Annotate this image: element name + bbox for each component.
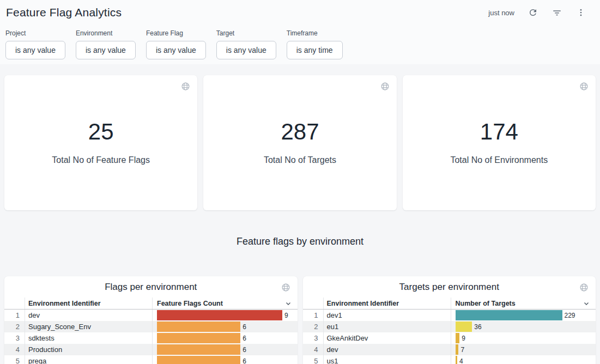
filter-label: Timeframe [287, 29, 343, 38]
table-header: Environment Identifier Feature Flags Cou… [4, 298, 298, 310]
value-bar-cell[interactable]: 36 [451, 321, 596, 332]
value-label: 6 [243, 346, 246, 354]
value-bar[interactable] [456, 310, 562, 320]
value-bar[interactable] [456, 344, 459, 355]
value-label: 229 [565, 312, 575, 319]
value-bar[interactable] [456, 333, 460, 343]
table-header: Environment Identifier Number of Targets [303, 298, 596, 310]
value-bar[interactable] [157, 333, 240, 343]
section-title: Feature flags by environment [4, 234, 596, 248]
globe-icon [181, 82, 190, 93]
environment-identifier-cell[interactable]: dev [324, 344, 451, 355]
filter-label: Feature Flag [146, 29, 206, 38]
table-title: Flags per environment [4, 281, 298, 294]
chevron-down-icon[interactable] [583, 300, 590, 309]
table-row: 4Production6 [4, 344, 298, 355]
refresh-status: just now [488, 9, 514, 17]
table-row: 2Sugary_Scone_Env6 [4, 321, 298, 332]
filter-label: Environment [76, 29, 136, 38]
filter-bar: Projectis any valueEnvironmentis any val… [0, 29, 600, 59]
flags-table: Environment Identifier Feature Flags Cou… [4, 298, 298, 364]
kpi-card-feature-flags: 25 Total No of Feature Flags [4, 75, 197, 210]
value-label: 9 [462, 335, 465, 342]
kebab-menu-icon[interactable] [575, 7, 586, 18]
environment-identifier-cell[interactable]: eu1 [324, 321, 451, 332]
globe-icon [281, 283, 290, 294]
globe-icon [579, 283, 589, 294]
globe-icon [579, 82, 589, 93]
value-bar-cell[interactable]: 4 [451, 355, 596, 364]
value-label: 6 [243, 323, 246, 331]
value-bar[interactable] [456, 356, 457, 364]
row-number: 5 [303, 355, 324, 364]
table-row: 1dev9 [4, 310, 298, 321]
top-bar: Feature Flag Analytics just now Projecti… [0, 0, 600, 64]
value-bar-cell[interactable]: 7 [451, 344, 596, 355]
value-bar-cell[interactable]: 6 [153, 332, 298, 344]
value-label: 6 [243, 357, 246, 364]
table-row: 2eu136 [303, 321, 596, 332]
kpi-row: 25 Total No of Feature Flags 287 Total N… [4, 75, 596, 210]
kpi-value: 287 [281, 120, 319, 143]
row-number: 4 [303, 344, 324, 355]
environment-identifier-cell[interactable]: Production [25, 344, 153, 355]
refresh-icon[interactable] [528, 7, 538, 18]
value-label: 9 [284, 312, 288, 319]
chevron-down-icon[interactable] [284, 300, 292, 309]
filter-value-button[interactable]: is any value [216, 41, 276, 59]
targets-table: Environment Identifier Number of Targets… [303, 298, 596, 364]
column-header-label: Number of Targets [456, 300, 516, 307]
row-number: 3 [4, 332, 25, 344]
page-title: Feature Flag Analytics [6, 6, 122, 19]
environment-identifier-cell[interactable]: dev [25, 310, 153, 321]
kpi-label: Total No of Feature Flags [52, 155, 150, 165]
value-bar[interactable] [456, 321, 472, 332]
value-bar[interactable] [157, 321, 240, 332]
table-body: 1dev12292eu1363GkeAnkitDev94dev75us14 [303, 310, 596, 364]
filter-label: Project [5, 29, 65, 38]
dashboard-body: 25 Total No of Feature Flags 287 Total N… [0, 64, 600, 364]
environment-identifier-cell[interactable]: GkeAnkitDev [324, 332, 451, 344]
table-row: 1dev1229 [303, 310, 596, 321]
environment-identifier-cell[interactable]: us1 [324, 355, 451, 364]
environment-identifier-cell[interactable]: Sugary_Scone_Env [25, 321, 153, 332]
filter-group-project: Projectis any value [5, 29, 65, 59]
filter-value-button[interactable]: is any value [76, 41, 136, 59]
filter-list-icon[interactable] [551, 7, 562, 18]
kpi-label: Total No of Environments [450, 155, 548, 165]
row-number: 3 [303, 332, 324, 344]
value-bar-cell[interactable]: 229 [451, 310, 596, 321]
environment-identifier-cell[interactable]: dev1 [324, 310, 451, 321]
value-bar-cell[interactable]: 6 [153, 321, 298, 332]
targets-per-environment-card: Targets per environment Environment Iden… [303, 276, 596, 364]
filter-value-button[interactable]: is any value [5, 41, 65, 59]
column-header-count[interactable]: Number of Targets [451, 298, 596, 309]
column-header-count[interactable]: Feature Flags Count [153, 298, 298, 309]
column-header-environment[interactable]: Environment Identifier [25, 298, 153, 309]
table-row: 4dev7 [303, 344, 596, 355]
environment-identifier-cell[interactable]: prega [25, 355, 153, 364]
tables-row: Flags per environment Environment Identi… [4, 276, 596, 364]
value-bar[interactable] [157, 356, 240, 364]
filter-group-target: Targetis any value [216, 29, 276, 59]
value-bar-cell[interactable]: 9 [451, 332, 596, 344]
value-bar-cell[interactable]: 6 [153, 344, 298, 355]
row-number: 1 [4, 310, 25, 321]
value-bar[interactable] [157, 344, 240, 355]
filter-value-button[interactable]: is any value [146, 41, 206, 59]
row-number: 2 [303, 321, 324, 332]
filter-group-timeframe: Timeframeis any time [287, 29, 343, 59]
filter-value-button[interactable]: is any time [287, 41, 343, 59]
environment-identifier-cell[interactable]: sdktests [25, 332, 153, 344]
value-bar[interactable] [157, 310, 282, 320]
kpi-label: Total No of Targets [264, 155, 336, 165]
row-number: 4 [4, 344, 25, 355]
column-header-environment[interactable]: Environment Identifier [324, 298, 451, 309]
kpi-card-environments: 174 Total No of Environments [403, 75, 596, 210]
value-bar-cell[interactable]: 6 [153, 355, 298, 364]
table-row: 3GkeAnkitDev9 [303, 332, 596, 344]
filter-label: Target [216, 29, 276, 38]
value-label: 4 [459, 357, 463, 364]
value-bar-cell[interactable]: 9 [153, 310, 298, 321]
row-number: 1 [303, 310, 324, 321]
